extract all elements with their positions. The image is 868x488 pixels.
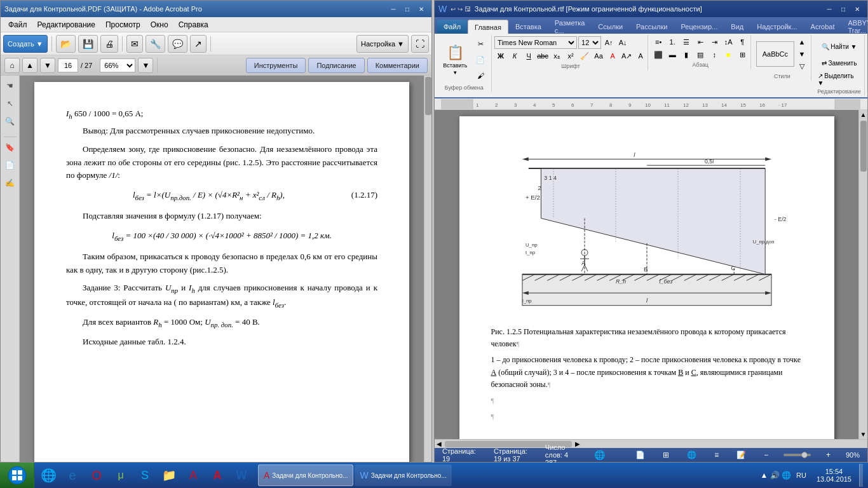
find-btn[interactable]: 🔍 Найти ▼ (817, 39, 862, 54)
more-font-btn[interactable]: Аа (592, 50, 605, 62)
email-btn[interactable]: ✉ (126, 35, 143, 53)
decrease-font-btn[interactable]: A↓ (616, 37, 629, 48)
acrobat-minimize-btn[interactable]: ─ (387, 3, 400, 15)
share-btn[interactable]: ↗ (190, 35, 207, 53)
font-size-select[interactable]: 12 (578, 36, 601, 49)
copy-btn[interactable]: 📄 (473, 52, 488, 67)
acrobat-scroll-thumb[interactable] (425, 77, 431, 115)
superscript-btn[interactable]: x² (564, 50, 577, 62)
bullets-btn[interactable]: ≡• (652, 36, 665, 48)
bold-btn[interactable]: Ж (494, 50, 507, 62)
align-right-btn[interactable]: ▮ (680, 49, 693, 60)
taskbar-skype-icon[interactable]: S (133, 464, 156, 487)
word-hscrollbar[interactable]: ◀ ▶ (435, 439, 867, 448)
taskbar-chrome-icon[interactable]: 🌐 (37, 464, 60, 487)
align-left-btn[interactable]: ⬛ (652, 49, 665, 60)
shading-btn[interactable]: ■ (722, 49, 735, 60)
styles-up-btn[interactable]: ▲ (796, 36, 808, 48)
menu-edit[interactable]: Редактирование (32, 19, 100, 30)
settings-button[interactable]: Настройка ▼ (356, 35, 409, 53)
word-minimize-btn[interactable]: ─ (823, 3, 836, 15)
format-painter-btn[interactable]: 🖌 (473, 68, 488, 83)
tab-sign[interactable]: Подписание (308, 58, 364, 73)
sort-btn[interactable]: ↕A (722, 36, 735, 48)
taskbar-opera-icon[interactable]: O (85, 464, 108, 487)
line-spacing-btn[interactable]: ↕ (708, 49, 721, 60)
taskbar-clock[interactable]: 15:54 13.04.2015 (811, 468, 857, 483)
justify-btn[interactable]: ▤ (694, 49, 707, 60)
taskbar-app-acrobat[interactable]: A Задачи для Контрольно... (258, 464, 353, 486)
subscript-btn[interactable]: x₂ (550, 50, 563, 62)
nav-next-btn[interactable]: ▼ (40, 58, 55, 73)
tab-references[interactable]: Ссылки (592, 20, 629, 34)
replace-btn[interactable]: ⇄ Заменить (817, 55, 862, 71)
word-close-btn[interactable]: ✕ (851, 3, 864, 15)
view-full-btn[interactable]: ⊞ (660, 451, 672, 459)
tab-review[interactable]: Рецензир... (674, 20, 724, 34)
status-lang-icon[interactable]: 🌐 (592, 450, 607, 460)
font-name-select[interactable]: Times New Roman (494, 36, 577, 49)
taskbar-ie-icon[interactable]: e (61, 464, 84, 487)
view-print-btn[interactable]: 📄 (633, 451, 648, 459)
cut-btn[interactable]: ✂ (473, 36, 488, 51)
multilevel-btn[interactable]: ☰ (680, 36, 693, 48)
nav-prev-btn[interactable]: ▲ (22, 58, 37, 73)
scroll-down-btn[interactable]: ▼ (860, 431, 867, 438)
tab-tools[interactable]: Инструменты (246, 58, 306, 73)
tab-abbyy[interactable]: ABBYY Trar... (842, 20, 868, 34)
view-outline-btn[interactable]: ≡ (712, 451, 721, 459)
numbering-btn[interactable]: 1. (666, 36, 679, 48)
font-color-btn[interactable]: А (606, 50, 619, 62)
view-web-btn[interactable]: 🌐 (684, 451, 699, 459)
tab-home[interactable]: Главная (468, 20, 508, 34)
acrobat-scrollbar[interactable] (424, 76, 431, 462)
paste-button[interactable]: 📋 Вставить ▼ (440, 43, 470, 76)
tab-acrobat[interactable]: Acrobat (804, 20, 841, 34)
page-input[interactable] (58, 58, 78, 72)
create-button[interactable]: Создать ▼ (3, 35, 48, 53)
open-btn[interactable]: 📂 (56, 35, 76, 53)
italic-btn[interactable]: К (508, 50, 521, 62)
tab-file[interactable]: Файл (437, 20, 467, 34)
word-scrollbar[interactable]: ▲ ▼ (858, 110, 867, 439)
styles-down-btn[interactable]: ▼ (796, 48, 808, 60)
styles-more-btn[interactable]: ▽ (796, 60, 808, 72)
scroll-thumb[interactable] (860, 121, 867, 172)
fullscreen-btn[interactable]: ⛶ (411, 35, 429, 53)
tools2-btn[interactable]: 🔧 (146, 35, 165, 53)
zoom-plus-btn[interactable]: + (826, 451, 831, 459)
sidebar-bookmark-tool[interactable]: 🔖 (3, 140, 18, 155)
show-desktop-btn[interactable] (859, 464, 863, 487)
strikethrough-btn[interactable]: abc (536, 50, 549, 62)
nav-home-btn[interactable]: ⌂ (4, 58, 20, 73)
acrobat-close-btn[interactable]: ✕ (415, 3, 428, 15)
menu-window[interactable]: Окно (146, 19, 173, 30)
tab-insert[interactable]: Вставка (509, 20, 548, 34)
acrobat-maximize-btn[interactable]: □ (401, 3, 414, 15)
taskbar-acrobat-icon[interactable]: A (182, 464, 205, 487)
menu-help[interactable]: Справка (173, 19, 214, 30)
sidebar-hand-tool[interactable]: ☚ (3, 78, 18, 93)
sidebar-signature-tool[interactable]: ✍ (3, 175, 18, 191)
font-highlight-btn[interactable]: A↗ (620, 50, 633, 62)
lang-indicator[interactable]: RU (794, 470, 809, 480)
taskbar-word-icon[interactable]: W (230, 464, 253, 487)
taskbar-utorrent-icon[interactable]: μ (109, 464, 132, 487)
increase-indent-btn[interactable]: ⇥ (708, 36, 721, 48)
hscroll-left-btn[interactable]: ◀ (435, 440, 444, 447)
save-btn[interactable]: 💾 (78, 35, 98, 53)
word-maximize-btn[interactable]: □ (837, 3, 850, 15)
pilcrow-btn[interactable]: ¶ (736, 36, 749, 48)
clear-format-btn[interactable]: 🧹 (578, 50, 591, 62)
view-draft-btn[interactable]: 📝 (734, 451, 749, 459)
taskbar-app-word[interactable]: W Задачи для Контрольно... (355, 464, 451, 486)
sidebar-page-tool[interactable]: 📄 (3, 158, 18, 173)
start-button[interactable] (0, 463, 34, 488)
tab-comments[interactable]: Комментарии (367, 58, 428, 73)
tab-mailings[interactable]: Рассылки (630, 20, 674, 34)
tab-view[interactable]: Вид (724, 20, 750, 34)
align-center-btn[interactable]: ▬ (666, 49, 679, 60)
zoom-dropdown-btn[interactable]: ▼ (138, 58, 153, 73)
zoom-minus-btn[interactable]: − (764, 451, 768, 459)
menu-file[interactable]: Файл (3, 19, 32, 30)
